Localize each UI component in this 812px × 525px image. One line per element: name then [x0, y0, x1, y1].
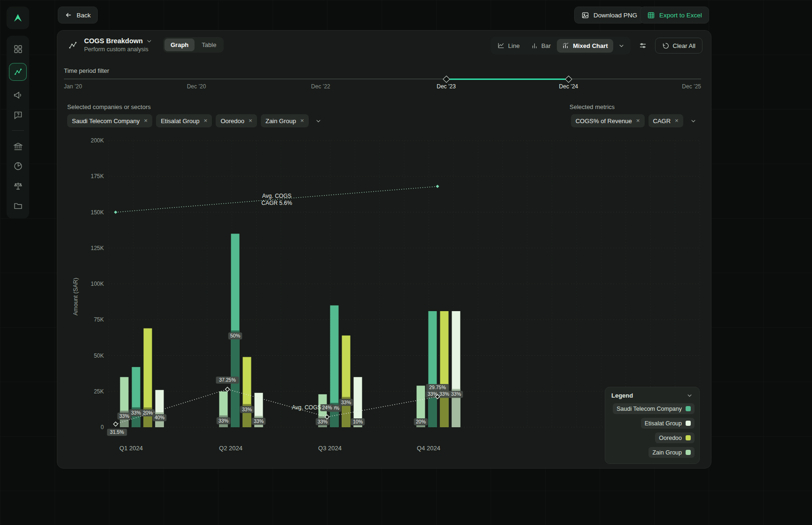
- back-label: Back: [77, 12, 91, 19]
- metric-chip-label: COGS% of Revenue: [576, 118, 632, 125]
- svg-text:33%: 33%: [439, 391, 449, 397]
- company-chip[interactable]: Etisalat Group×: [156, 114, 212, 127]
- logo-icon: [12, 12, 23, 24]
- company-dropdown[interactable]: [312, 114, 325, 127]
- metric-chip[interactable]: COGS% of Revenue×: [571, 114, 645, 127]
- help-chat-icon: [13, 110, 23, 120]
- svg-text:Avg. COGS: Avg. COGS: [262, 193, 291, 199]
- chart-mode-dropdown[interactable]: [614, 38, 629, 53]
- tab-graph[interactable]: Graph: [164, 39, 195, 51]
- time-tick: Dec ’23: [437, 83, 456, 90]
- close-icon[interactable]: ×: [144, 118, 148, 124]
- app-logo[interactable]: [7, 7, 29, 29]
- dashboard-grid-icon: [13, 44, 23, 54]
- time-filter-ticks: Jan ’20Dec ’20Dec ’22Dec ’23Dec ’24Dec ’…: [64, 83, 701, 91]
- close-icon[interactable]: ×: [204, 118, 208, 124]
- svg-text:Avg. COGS: Avg. COGS: [292, 404, 321, 411]
- chart-mode-bar[interactable]: Bar: [526, 39, 556, 53]
- sidebar-item-files[interactable]: [12, 200, 23, 211]
- metric-chip[interactable]: CAGR×: [648, 114, 683, 127]
- mixed-chart-icon: [562, 42, 570, 49]
- legend-title: Legend: [611, 392, 633, 399]
- time-tick: Dec ’25: [682, 83, 701, 90]
- company-chip[interactable]: Zain Group×: [261, 114, 309, 127]
- chart-mode-bar-label: Bar: [541, 42, 551, 49]
- svg-text:Q4 2024: Q4 2024: [417, 445, 440, 452]
- chevron-down-icon: [315, 118, 322, 125]
- company-chip-label: Etisalat Group: [161, 118, 199, 125]
- sidebar-item-compare[interactable]: [12, 180, 23, 191]
- close-icon[interactable]: ×: [636, 118, 640, 124]
- svg-text:Q2 2024: Q2 2024: [219, 445, 242, 452]
- svg-text:0: 0: [101, 424, 104, 431]
- chevron-down-icon: [690, 118, 697, 125]
- legend-item-label: Etisalat Group: [645, 420, 682, 427]
- legend-swatch: [686, 421, 691, 426]
- clear-all-button[interactable]: Clear All: [655, 38, 703, 54]
- svg-text:10%: 10%: [353, 419, 363, 424]
- slider-track[interactable]: [64, 78, 701, 79]
- legend-item[interactable]: Saudi Telecom Company: [613, 403, 695, 414]
- close-icon[interactable]: ×: [675, 118, 679, 124]
- page: Back Download PNG Export to Excel COGS B…: [0, 0, 812, 525]
- company-chip[interactable]: Ooredoo×: [216, 114, 257, 127]
- analysis-panel: COGS Breakdown Perform custom analysis G…: [57, 30, 711, 469]
- table-icon: [647, 11, 655, 19]
- legend-item[interactable]: Etisalat Group: [641, 418, 695, 429]
- chevron-down-icon: [618, 42, 625, 49]
- panel-title-chevron-icon[interactable]: [146, 38, 153, 45]
- clear-all-label: Clear All: [673, 42, 695, 49]
- chart-mode-line-label: Line: [508, 42, 520, 49]
- svg-text:29.75%: 29.75%: [429, 384, 446, 390]
- panel-title: COGS Breakdown: [84, 37, 143, 45]
- download-png-button[interactable]: Download PNG: [574, 7, 644, 24]
- time-tick: Jan ’20: [64, 83, 82, 90]
- legend-item[interactable]: Ooredoo: [655, 432, 695, 443]
- sidebar-item-announcements[interactable]: [12, 89, 23, 101]
- svg-text:175K: 175K: [91, 173, 104, 180]
- legend-item[interactable]: Zain Group: [648, 447, 695, 458]
- svg-text:Q1 2024: Q1 2024: [119, 445, 143, 452]
- company-chip-label: Zain Group: [265, 118, 296, 125]
- chart-mode-mixed[interactable]: Mixed Chart: [557, 39, 613, 53]
- metric-chip-label: CAGR: [653, 118, 671, 125]
- legend-collapse-chevron[interactable]: [686, 392, 693, 399]
- slider-handle-start[interactable]: [443, 76, 450, 83]
- arrow-left-icon: [65, 11, 72, 19]
- svg-text:CAGR 5.6%: CAGR 5.6%: [261, 200, 292, 206]
- chart-settings-button[interactable]: [635, 38, 650, 53]
- bank-icon: [13, 141, 23, 151]
- company-chip-label: Ooredoo: [220, 118, 244, 125]
- company-chip-label: Saudi Telecom Company: [72, 118, 140, 125]
- sliders-icon: [639, 41, 647, 50]
- line-chart-icon: [497, 42, 505, 49]
- close-icon[interactable]: ×: [249, 118, 252, 124]
- svg-text:33%: 33%: [242, 407, 252, 412]
- svg-text:33%: 33%: [318, 419, 328, 424]
- sidebar-item-financials[interactable]: [12, 141, 23, 152]
- sidebar-item-segments[interactable]: [12, 160, 23, 172]
- chart-mode-line[interactable]: Line: [492, 39, 525, 53]
- close-icon[interactable]: ×: [300, 118, 304, 124]
- svg-text:20%: 20%: [143, 410, 153, 415]
- sidebar-item-help[interactable]: [12, 109, 23, 120]
- svg-text:37.25%: 37.25%: [219, 377, 236, 383]
- company-chip[interactable]: Saudi Telecom Company×: [67, 114, 152, 127]
- sidebar-divider: [12, 130, 24, 131]
- slider-active-range: [446, 78, 569, 80]
- sidebar-item-analysis[interactable]: [9, 63, 27, 81]
- metric-dropdown[interactable]: [687, 114, 699, 127]
- svg-text:33%: 33%: [119, 413, 129, 419]
- chart-controls: Line Bar Mixed Chart: [491, 37, 703, 55]
- export-excel-button[interactable]: Export to Excel: [640, 7, 709, 24]
- slider-handle-end[interactable]: [565, 76, 572, 83]
- image-icon: [581, 11, 589, 19]
- back-button[interactable]: Back: [58, 7, 98, 24]
- panel-subtitle: Perform custom analysis: [84, 46, 148, 53]
- sidebar-item-dashboard[interactable]: [12, 43, 23, 55]
- scales-icon: [13, 181, 23, 191]
- metric-chips: COGS% of Revenue×CAGR×: [571, 114, 699, 127]
- tab-table[interactable]: Table: [195, 39, 222, 51]
- legend-card: Legend Saudi Telecom CompanyEtisalat Gro…: [605, 387, 700, 464]
- legend-swatch: [686, 450, 691, 455]
